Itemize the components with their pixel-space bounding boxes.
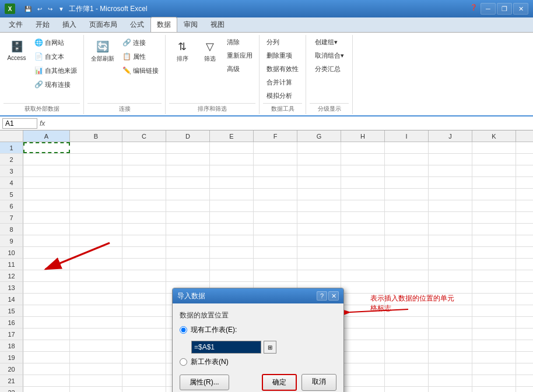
dialog-question-btn[interactable]: ? [317,291,327,301]
col-header-j[interactable]: J [429,130,472,142]
cell-i1[interactable] [385,142,429,153]
row-num-3[interactable]: 3 [0,165,23,177]
radio-existing-label: 现有工作表(E): [191,325,237,335]
row-num-16[interactable]: 16 [0,317,23,329]
btn-split-col[interactable]: 分列 [264,36,301,48]
row-num-18[interactable]: 18 [0,340,23,352]
col-header-a[interactable]: A [23,130,70,142]
btn-web[interactable]: 🌐 自网站 [31,36,80,49]
row-num-2[interactable]: 2 [0,154,23,165]
fx-label: fx [40,119,45,128]
ok-button[interactable]: 确定 [262,374,297,391]
formula-input[interactable] [47,119,531,128]
radio-existing-sheet[interactable] [180,326,187,334]
tab-review[interactable]: 审阅 [177,17,204,32]
row-num-21[interactable]: 21 [0,375,23,387]
btn-connections[interactable]: 🔗 连接 [119,36,162,49]
btn-merge-calc[interactable]: 合并计算 [264,76,301,89]
cancel-button[interactable]: 取消 [301,374,336,391]
cell-d1[interactable] [166,142,210,153]
btn-filter[interactable]: ▽ 筛选 [197,36,223,102]
cell-e1[interactable] [210,142,254,153]
btn-sort[interactable]: ⇅ 排序 [169,36,195,102]
close-btn[interactable]: ✕ [513,3,528,15]
btn-create-group[interactable]: 创建组▾ [312,36,347,48]
row-num-5[interactable]: 5 [0,189,23,200]
btn-edit-links[interactable]: ✏️ 编辑链接 [119,64,162,77]
btn-other-sources[interactable]: 📊 自其他来源 [31,64,80,77]
row-num-19[interactable]: 19 [0,352,23,363]
row-num-15[interactable]: 15 [0,305,23,317]
col-header-d[interactable]: D [166,130,210,142]
row-num-9[interactable]: 9 [0,235,23,247]
col-header-k[interactable]: K [472,130,516,142]
tab-pagelayout[interactable]: 页面布局 [83,17,124,32]
qa-undo[interactable]: ↩ [35,5,44,13]
row-num-10[interactable]: 10 [0,247,23,259]
help-btn[interactable]: ❓ [468,3,479,15]
tab-insert[interactable]: 插入 [56,17,83,32]
cell-picker-button[interactable]: ⊞ [264,341,276,354]
cell-reference-box[interactable]: A1 [2,118,37,129]
tab-data[interactable]: 数据 [150,17,177,32]
btn-data-valid[interactable]: 数据有效性 [264,63,301,75]
btn-access[interactable]: 🗄️ Access [3,36,30,102]
cell-j1[interactable] [429,142,472,153]
col-header-i[interactable]: I [385,130,429,142]
qa-redo[interactable]: ↪ [45,5,55,13]
cell-c1[interactable] [122,142,166,153]
cell-k1[interactable] [472,142,516,153]
row-num-14[interactable]: 14 [0,294,23,305]
tab-file[interactable]: 文件 [2,17,29,32]
dialog-close-btn[interactable]: ✕ [328,291,339,301]
btn-reapply[interactable]: 重新应用 [224,50,255,62]
restore-btn[interactable]: ❐ [497,3,512,15]
col-header-e[interactable]: E [210,130,254,142]
col-header-f[interactable]: F [254,130,297,142]
radio-new-sheet[interactable] [180,358,187,366]
col-header-c[interactable]: C [122,130,166,142]
row-num-22[interactable]: 22 [0,387,23,392]
row-num-1[interactable]: 1 [0,142,23,154]
btn-remove-dup[interactable]: 删除重项 [264,50,301,62]
cell-g1[interactable] [297,142,341,153]
col-header-l[interactable]: L [516,130,533,142]
row-num-17[interactable]: 17 [0,329,23,340]
btn-clear[interactable]: 清除 [224,36,255,48]
cell-f1[interactable] [254,142,297,153]
tab-formula[interactable]: 公式 [124,17,150,32]
btn-ungroup[interactable]: 取消组合▾ [312,50,347,62]
cell-l1[interactable] [516,142,533,153]
btn-what-if[interactable]: 模拟分析 [264,90,301,102]
row-num-12[interactable]: 12 [0,270,23,282]
cell-a1[interactable] [23,142,70,153]
btn-advanced[interactable]: 高级 [224,63,255,75]
row-num-13[interactable]: 13 [0,282,23,294]
properties-button[interactable]: 属性(R)... [180,375,229,390]
row-num-11[interactable]: 11 [0,259,23,270]
import-data-dialog[interactable]: 导入数据 ? ✕ 数据的放置位置 现有工作表(E): =$A$1 ⊞ [172,288,344,392]
cell-h1[interactable] [341,142,385,153]
refresh-icon: 🔄 [94,38,111,55]
btn-text[interactable]: 📄 自文本 [31,50,80,63]
row-num-20[interactable]: 20 [0,363,23,375]
col-header-h[interactable]: H [341,130,385,142]
btn-refresh-all[interactable]: 🔄 全部刷新 [87,36,118,102]
btn-subtotal[interactable]: 分类汇总 [312,63,347,75]
tab-view[interactable]: 视图 [204,17,231,32]
qa-save[interactable]: 💾 [22,5,34,13]
row-num-6[interactable]: 6 [0,200,23,212]
cell-input-field[interactable]: =$A$1 [191,341,261,354]
row-num-4[interactable]: 4 [0,177,23,189]
sort-icon: ⇅ [174,38,191,55]
minimize-btn[interactable]: ─ [481,3,496,15]
row-num-8[interactable]: 8 [0,224,23,235]
qa-dropdown[interactable]: ▼ [56,5,66,13]
btn-properties[interactable]: 📋 属性 [119,50,162,63]
col-header-b[interactable]: B [70,130,122,142]
row-num-7[interactable]: 7 [0,212,23,224]
cell-b1[interactable] [70,142,122,153]
btn-existing-conn[interactable]: 🔗 现有连接 [31,78,80,91]
tab-home[interactable]: 开始 [29,17,56,32]
col-header-g[interactable]: G [297,130,341,142]
